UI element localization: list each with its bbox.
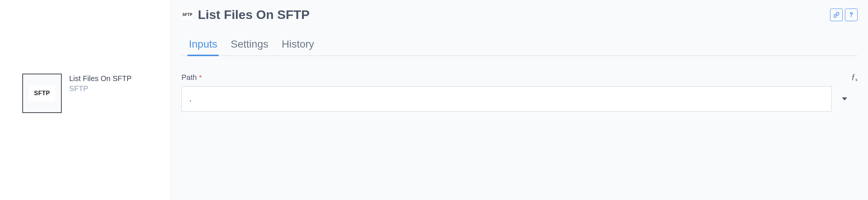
path-input[interactable] <box>181 86 832 112</box>
header-actions: ? <box>830 9 858 21</box>
canvas-panel: SFTP List Files On SFTP SFTP <box>0 0 171 200</box>
node-box[interactable]: SFTP <box>22 74 62 113</box>
sftp-badge-icon: SFTP <box>29 85 55 101</box>
field-label-row: Path * ƒx <box>181 72 858 83</box>
path-dropdown-button[interactable] <box>832 86 858 112</box>
fx-button[interactable]: ƒx <box>852 72 858 83</box>
fx-icon: ƒ <box>852 72 855 81</box>
path-input-row <box>181 86 858 112</box>
node-subtitle: SFTP <box>69 84 132 93</box>
tab-settings[interactable]: Settings <box>231 38 268 55</box>
link-button[interactable] <box>830 9 843 21</box>
tabs: Inputs Settings History <box>181 38 858 56</box>
detail-panel: SFTP List Files On SFTP ? Inputs Setting… <box>171 0 868 200</box>
header-sftp-badge-icon: SFTP <box>181 10 193 20</box>
help-icon: ? <box>849 12 853 18</box>
tab-inputs[interactable]: Inputs <box>189 38 217 55</box>
node-card[interactable]: SFTP List Files On SFTP SFTP <box>22 74 132 113</box>
path-label-text: Path <box>181 73 197 82</box>
required-indicator: * <box>199 74 202 82</box>
tab-history[interactable]: History <box>282 38 314 55</box>
path-label: Path * <box>181 73 202 82</box>
node-labels: List Files On SFTP SFTP <box>69 74 132 93</box>
node-title: List Files On SFTP <box>69 74 132 83</box>
fx-sub-icon: x <box>855 77 858 82</box>
header-left: SFTP List Files On SFTP <box>181 7 309 22</box>
page-title: List Files On SFTP <box>198 7 309 22</box>
panel-header: SFTP List Files On SFTP ? <box>181 7 858 22</box>
chevron-down-icon <box>842 97 847 100</box>
help-button[interactable]: ? <box>845 9 858 21</box>
form-area: Path * ƒx <box>181 72 858 112</box>
link-icon <box>833 12 839 18</box>
